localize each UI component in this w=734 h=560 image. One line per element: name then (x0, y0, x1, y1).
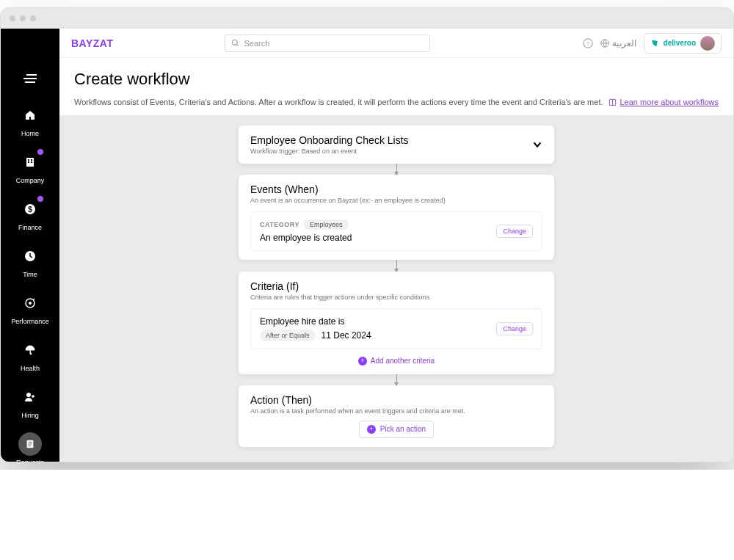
criteria-item: Employee hire date is After or Equals 11… (250, 308, 542, 349)
sidebar-logo[interactable] (8, 67, 52, 90)
change-event-button[interactable]: Change (496, 225, 533, 238)
search-icon (231, 39, 239, 47)
workflow-header-card[interactable]: Employee Onboarding Check Lists Workflow… (239, 126, 554, 164)
connector-arrow (396, 260, 397, 271)
menu-lines-icon (18, 67, 42, 90)
workflow-canvas: Employee Onboarding Check Lists Workflow… (59, 115, 733, 462)
plus-icon: + (358, 357, 367, 366)
connector-arrow (396, 164, 397, 175)
criteria-value: 11 Dec 2024 (321, 330, 371, 341)
workflow-name: Employee Onboarding Check Lists (250, 134, 409, 146)
sidebar-item-label: Requests (16, 459, 44, 462)
home-icon (18, 103, 42, 127)
criteria-operator-chip: After or Equals (260, 330, 316, 341)
svg-rect-4 (31, 161, 32, 163)
sidebar-item-label: Health (21, 365, 40, 372)
criteria-title: Criteria (If) (250, 280, 542, 292)
search-input[interactable]: Search (225, 34, 430, 52)
building-icon (18, 150, 42, 174)
sidebar-item-company[interactable]: Company (8, 150, 52, 184)
svg-text:$: $ (28, 206, 32, 214)
sidebar-item-health[interactable]: Health (8, 338, 52, 372)
sidebar-item-label: Home (21, 130, 39, 137)
sidebar-item-finance[interactable]: $ Finance (8, 197, 52, 231)
document-icon (18, 432, 42, 456)
workflow-trigger-type: Workflow trigger: Based on an event (250, 148, 409, 155)
sidebar-item-label: Hiring (21, 412, 39, 419)
add-criteria-label: Add another criteria (371, 357, 435, 365)
learn-more-label: Lean more about workflows (619, 98, 719, 106)
partner-icon (650, 39, 659, 48)
avatar[interactable] (700, 36, 715, 51)
user-plus-icon (18, 385, 42, 409)
svg-point-12 (233, 40, 238, 45)
event-text: An employee is created (260, 233, 352, 243)
svg-rect-1 (28, 159, 29, 161)
events-title: Events (When) (250, 183, 542, 195)
events-card: Events (When) An event is an occurrence … (239, 175, 554, 260)
sidebar-item-hiring[interactable]: Hiring (8, 385, 52, 419)
notification-badge (37, 149, 43, 155)
event-item: CATEGORY Employees An employee is create… (250, 211, 542, 251)
plus-icon: + (367, 425, 376, 434)
sidebar-item-label: Company (16, 177, 45, 184)
book-icon (608, 98, 617, 106)
criteria-field: Employee hire date is (260, 316, 371, 327)
window-max-dot[interactable] (30, 15, 36, 21)
sidebar-item-label: Performance (11, 318, 49, 325)
action-subtitle: An action is a task performed when an ev… (250, 407, 542, 415)
category-label: CATEGORY (260, 221, 299, 228)
change-criteria-button[interactable]: Change (496, 322, 533, 335)
criteria-card: Criteria (If) Criteria are rules that tr… (239, 272, 554, 374)
category-chip: Employees (304, 219, 349, 230)
action-title: Action (Then) (250, 394, 542, 406)
action-card: Action (Then) An action is a task perfor… (239, 385, 554, 447)
window-min-dot[interactable] (20, 15, 26, 21)
learn-more-link[interactable]: Lean more about workflows (608, 98, 719, 106)
window-close-dot[interactable] (10, 15, 15, 21)
dollar-icon: $ (18, 197, 42, 221)
criteria-subtitle: Criteria are rules that trigger actions … (250, 294, 542, 301)
globe-icon (600, 39, 609, 48)
umbrella-icon (18, 338, 42, 362)
connector-arrow (396, 374, 397, 385)
events-subtitle: An event is an occurrence on Bayzat (ex:… (250, 197, 542, 204)
page-description: Workflows consist of Events, Criteria's … (74, 98, 603, 106)
pick-action-button[interactable]: + Pick an action (359, 421, 434, 438)
notification-badge (37, 196, 43, 202)
add-criteria-button[interactable]: + Add another criteria (250, 357, 542, 366)
clock-icon (18, 244, 42, 268)
target-icon (18, 291, 42, 315)
language-switch[interactable]: العربية (600, 38, 636, 48)
partner-badge[interactable]: deliveroo (644, 33, 722, 54)
language-label: العربية (612, 38, 636, 48)
page-title: Create workflow (74, 70, 719, 89)
pick-action-label: Pick an action (380, 425, 426, 433)
svg-point-9 (29, 302, 32, 305)
svg-text:?: ? (586, 40, 589, 46)
svg-point-10 (26, 393, 31, 397)
sidebar-item-home[interactable]: Home (8, 103, 52, 137)
help-icon[interactable]: ? (583, 38, 593, 48)
sidebar-item-performance[interactable]: Performance (8, 291, 52, 325)
sidebar-item-requests[interactable]: Requests (8, 432, 52, 462)
sidebar-item-label: Finance (18, 224, 42, 231)
sidebar: Home Company $ Finance Tim (1, 29, 59, 462)
search-placeholder: Search (244, 39, 269, 48)
topbar: BAYZAT Search ? العربية deliveroo (59, 29, 733, 58)
partner-label: deliveroo (664, 39, 696, 47)
svg-rect-2 (31, 159, 32, 161)
svg-rect-0 (26, 158, 34, 167)
sidebar-item-label: Time (23, 271, 37, 278)
sidebar-item-time[interactable]: Time (8, 244, 52, 278)
window-title-bar (1, 8, 733, 29)
page-header: Create workflow Workflows consist of Eve… (59, 58, 733, 115)
brand-logo[interactable]: BAYZAT (71, 37, 113, 49)
svg-rect-3 (28, 161, 29, 163)
chevron-down-icon[interactable] (532, 139, 542, 150)
